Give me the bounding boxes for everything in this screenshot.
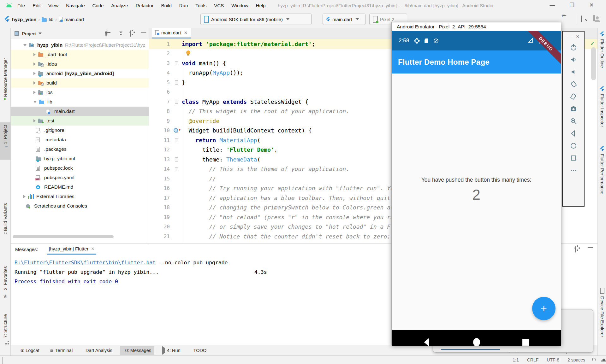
fold-marker-icon[interactable] (175, 61, 178, 65)
close-icon[interactable]: ✕ (91, 246, 94, 251)
volume-up-icon[interactable] (569, 56, 578, 64)
toolwindow-button-6-logcat[interactable]: 6: Logcat (15, 346, 43, 355)
tree-row[interactable]: build (11, 78, 149, 88)
rotate-right-icon[interactable] (569, 92, 578, 101)
collapsed-arrow-icon[interactable] (33, 62, 36, 66)
fold-marker-icon[interactable] (175, 167, 178, 171)
expanded-arrow-icon[interactable] (33, 101, 37, 103)
messages-tab-flutter[interactable]: [hyzp_yibin] Flutter ✕ (47, 244, 97, 255)
hide-panel-icon[interactable]: — (588, 244, 593, 250)
menu-file[interactable]: File (14, 0, 29, 11)
sidebar-item-build-variants[interactable]: Build Variants (0, 201, 10, 251)
override-marker-icon[interactable] (174, 128, 178, 132)
tree-row[interactable]: README.md (11, 182, 149, 192)
menu-window[interactable]: Window (228, 0, 252, 11)
toolwindow-button-4-run[interactable]: 4: Run (159, 346, 184, 355)
collapsed-arrow-icon[interactable] (33, 91, 36, 94)
menu-run[interactable]: Run (175, 0, 192, 11)
tree-row[interactable]: .idea (11, 59, 149, 69)
overview-icon[interactable] (569, 154, 578, 162)
fold-marker-icon[interactable] (175, 80, 178, 85)
collapsed-arrow-icon[interactable] (33, 53, 36, 56)
tree-row[interactable]: .metadata (11, 135, 149, 144)
console-link[interactable]: R:\Flutter\FlutterSDK\flutter\bin\flutte… (15, 260, 156, 266)
emulator-minimize-icon[interactable]: — (567, 34, 572, 39)
tree-row[interactable]: pubspec.lock (11, 163, 149, 173)
nav-back-icon[interactable] (422, 330, 431, 346)
toolwindow-button-terminal[interactable]: >_Terminal (47, 346, 76, 355)
tool-window-toggle-icon[interactable] (3, 358, 3, 363)
fold-marker-icon[interactable] (175, 138, 178, 142)
menu-tools[interactable]: Tools (192, 0, 210, 11)
menu-build[interactable]: Build (157, 0, 175, 11)
search-everywhere-icon[interactable] (581, 16, 582, 21)
menu-analyze[interactable]: Analyze (107, 0, 132, 11)
run-config-selector[interactable]: main.dart (323, 14, 365, 25)
tree-row[interactable]: android[hyzp_yibin_android] (11, 69, 149, 78)
emulator-screen[interactable]: 2:58 Flutter Demo Home Page DEBUG You ha… (392, 31, 561, 346)
collapsed-arrow-icon[interactable] (33, 119, 36, 122)
power-icon[interactable] (569, 43, 578, 51)
tree-row[interactable]: Scratches and Consoles (11, 201, 149, 211)
menu-view[interactable]: View (45, 0, 62, 11)
rotate-left-icon[interactable] (569, 80, 578, 88)
close-icon[interactable]: ✕ (184, 30, 188, 35)
sidebar-item-flutter-inspector[interactable]: Flutter Inspector (598, 85, 606, 141)
minimize-button[interactable]: — (545, 0, 560, 11)
profile-avatar-icon[interactable] (593, 15, 595, 21)
close-button[interactable]: ✕ (584, 0, 599, 11)
zoom-icon[interactable] (569, 117, 578, 125)
console-output[interactable]: R:\Flutter\FlutterSDK\flutter\bin\flutte… (15, 258, 393, 286)
fold-marker-icon[interactable] (175, 157, 178, 161)
nav-overview-icon[interactable] (521, 330, 531, 346)
maximize-button[interactable]: ❐ (565, 0, 579, 11)
camera-icon[interactable] (569, 105, 578, 113)
horizontal-scrollbar[interactable] (13, 235, 114, 238)
file-encoding[interactable]: UTF-8 (547, 357, 559, 362)
emulator-close-icon[interactable]: ✕ (576, 34, 580, 39)
toolwindow-button-todo[interactable]: TODO (188, 346, 210, 355)
home-icon[interactable] (569, 142, 578, 150)
expanded-arrow-icon[interactable] (23, 44, 27, 46)
console-settings-icon[interactable] (575, 247, 576, 252)
tree-row[interactable]: ios (11, 88, 149, 97)
toolwindow-button-dart-analysis[interactable]: Dart Analysis (80, 346, 116, 355)
tree-row[interactable]: .packages (11, 144, 149, 154)
indent-size[interactable]: 2 spaces (567, 357, 585, 362)
emulator-title-bar[interactable]: Android Emulator - Pixel_2_API_29:5554 (392, 22, 561, 31)
fold-marker-icon[interactable] (175, 100, 178, 104)
sidebar-item-7-structure[interactable]: 7: Structure (0, 312, 10, 352)
hide-panel-icon[interactable]: — (141, 29, 146, 35)
breadcrumb-file[interactable]: main.dart (64, 17, 84, 22)
menu-edit[interactable]: Edit (29, 0, 45, 11)
toolwindow-button-0-messages[interactable]: 0: Messages (120, 346, 154, 355)
sidebar-item-2-favorites[interactable]: 2: Favorites★ (0, 264, 10, 304)
line-ending[interactable]: CRLF (527, 357, 539, 362)
collapsed-arrow-icon[interactable] (23, 195, 26, 198)
sidebar-item-resource-manager[interactable]: Resource Manager (0, 56, 10, 119)
locate-file-icon[interactable] (105, 31, 107, 36)
more-icon[interactable] (569, 166, 578, 174)
fab-increment-button[interactable]: + (532, 297, 556, 320)
tree-row[interactable]: lib (11, 97, 149, 107)
project-view-title[interactable]: Project (22, 31, 37, 36)
sidebar-item-flutter-outline[interactable]: Flutter Outline (598, 30, 606, 84)
back-icon[interactable] (569, 129, 578, 138)
volume-down-icon[interactable] (569, 68, 578, 76)
sidebar-item-1-project[interactable]: 1: Project (0, 122, 10, 160)
panel-settings-icon[interactable] (130, 31, 131, 36)
tree-row[interactable]: main.dart (11, 107, 149, 116)
tree-row[interactable]: test (11, 116, 149, 126)
menu-help[interactable]: Help (252, 0, 270, 11)
tree-row[interactable]: pubspec.yaml (11, 173, 149, 182)
tree-row[interactable]: hyzp_yibin.iml (11, 154, 149, 163)
editor-tab-main-dart[interactable]: main.dart ✕ (152, 28, 191, 38)
menu-vcs[interactable]: VCS (210, 0, 228, 11)
sidebar-item-device-file-explorer[interactable]: Device File Explorer (598, 286, 606, 362)
device-selector[interactable]: Android SDK built for x86 (mobile) (200, 14, 312, 25)
caret-position[interactable]: 1:1 (513, 357, 519, 362)
breadcrumb-dir[interactable]: lib (49, 17, 53, 22)
intention-bulb-icon[interactable] (186, 50, 190, 55)
collapsed-arrow-icon[interactable] (33, 81, 36, 85)
menu-refactor[interactable]: Refactor (132, 0, 157, 11)
